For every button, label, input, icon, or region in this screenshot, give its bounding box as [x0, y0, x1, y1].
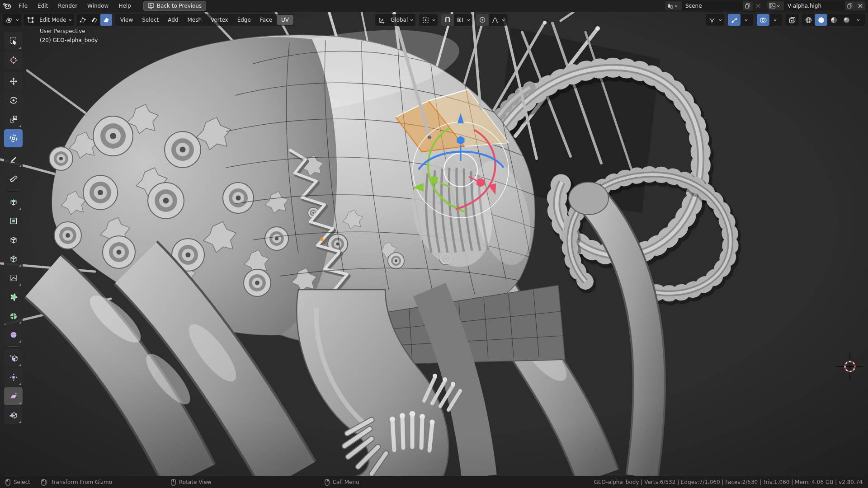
back-to-previous-button[interactable]: Back to Previous — [143, 1, 207, 11]
show-gizmo-selector[interactable] — [706, 14, 724, 26]
tool-move[interactable] — [4, 72, 23, 90]
transform-orientation-selector[interactable]: Global — [375, 14, 415, 26]
solid-sphere-icon — [818, 17, 825, 23]
view-name-label: User Perspective — [40, 27, 98, 36]
select-mode-face-button[interactable] — [100, 14, 112, 26]
menu-mesh[interactable]: Mesh — [183, 15, 207, 25]
editor-type-selector[interactable] — [3, 14, 21, 26]
chevron-down-icon — [774, 19, 777, 21]
menu-window[interactable]: Window — [82, 0, 113, 12]
mesh-select-mode-buttons — [77, 14, 112, 26]
view-layer-duplicate-button[interactable] — [845, 1, 855, 10]
tool-extrude-region[interactable] — [4, 193, 23, 211]
menu-file[interactable]: File — [14, 0, 33, 12]
chevron-down-icon — [745, 19, 748, 21]
menu-face[interactable]: Face — [255, 15, 277, 25]
select-mode-vertex-button[interactable] — [77, 14, 89, 26]
close-icon — [858, 4, 863, 8]
shading-rendered-button[interactable] — [840, 14, 853, 26]
blender-window: { "app_title": "Blender", "colors": { "a… — [0, 0, 868, 488]
tool-spin[interactable] — [4, 307, 23, 325]
scene-name-field[interactable]: Scene — [682, 1, 742, 10]
tool-measure[interactable] — [4, 169, 23, 188]
falloff-type-button[interactable] — [489, 14, 501, 26]
chevron-down-icon — [69, 19, 72, 21]
tool-inset-faces[interactable] — [4, 212, 23, 230]
gizmos-toggle-button[interactable] — [728, 14, 741, 26]
overlays-toggle-button[interactable] — [757, 14, 769, 26]
tool-shrink-fatten[interactable] — [4, 368, 23, 386]
menu-view[interactable]: View — [116, 15, 137, 25]
overlays-icon — [760, 17, 767, 23]
hint-call-menu: Call Menu — [325, 479, 359, 486]
tool-shear[interactable] — [4, 387, 23, 405]
scene-statistics: GEO-alpha_body | Verts:6/532 | Edges:7/1… — [594, 479, 868, 485]
chevron-down-icon — [16, 19, 19, 21]
hint-rotate-view-label: Rotate View — [179, 479, 212, 485]
scene-selector: Scene — [665, 1, 763, 10]
mode-selector[interactable]: Edit Mode — [24, 14, 74, 26]
menu-edit[interactable]: Edit — [33, 0, 53, 12]
menu-help[interactable]: Help — [113, 0, 136, 12]
shading-solid-button[interactable] — [815, 14, 827, 26]
tool-loop-cut[interactable] — [4, 250, 23, 268]
snap-target-button[interactable] — [454, 14, 467, 26]
mode-selector-label: Edit Mode — [37, 17, 68, 23]
tool-knife[interactable] — [4, 269, 23, 287]
xray-toggle[interactable] — [786, 14, 798, 26]
snap-toggle-button[interactable] — [441, 14, 454, 26]
menu-uv[interactable]: UV — [277, 15, 293, 25]
screen-back-icon — [148, 3, 154, 9]
edit-mode-icon — [24, 14, 37, 26]
duplicate-icon — [847, 3, 853, 9]
shading-dropdown-button[interactable] — [853, 14, 865, 26]
scene-unlink-button — [753, 1, 763, 10]
falloff-curve-icon — [491, 17, 499, 23]
shading-material-button[interactable] — [827, 14, 840, 26]
menu-vertex[interactable]: Vertex — [206, 15, 233, 25]
tool-poly-build[interactable] — [4, 288, 23, 306]
view-layer-remove-button[interactable] — [855, 1, 865, 10]
tool-select-box[interactable] — [4, 32, 23, 50]
topbar: File Edit Render Window Help Back to Pre… — [0, 0, 868, 12]
menu-render[interactable]: Render — [53, 0, 82, 12]
viewport-3d[interactable]: Edit Mode View Select — [0, 12, 868, 476]
tool-scale[interactable] — [4, 110, 23, 128]
statusbar: Select Transform From Gizmo Rotate View … — [0, 476, 868, 488]
tool-rotate[interactable] — [4, 91, 23, 109]
view-layer-browse-button[interactable] — [767, 1, 784, 10]
editor-3d-viewport-icon — [3, 14, 15, 26]
viewport-overlay-info: User Perspective (20) GEO-alpha_body — [40, 27, 98, 45]
proportional-edit-controls — [476, 14, 507, 26]
tool-rip-region[interactable] — [4, 406, 23, 424]
pivot-point-selector[interactable] — [419, 14, 438, 26]
menu-edge[interactable]: Edge — [233, 15, 255, 25]
tool-transform[interactable] — [4, 129, 23, 147]
tool-edge-slide[interactable] — [4, 349, 23, 367]
orientation-label: Global — [388, 17, 410, 23]
overlays-dropdown-button[interactable] — [769, 14, 782, 26]
tool-cursor[interactable] — [4, 51, 23, 69]
tool-smooth[interactable] — [4, 326, 23, 344]
chevron-down-icon — [777, 5, 780, 7]
proportional-edit-toggle[interactable] — [476, 14, 489, 26]
hint-transform-gizmo-label: Transform From Gizmo — [51, 479, 112, 485]
scene-duplicate-button[interactable] — [743, 1, 753, 10]
chevron-down-icon — [410, 19, 413, 21]
mouse-left-drag-icon — [41, 479, 48, 486]
menu-add[interactable]: Add — [163, 15, 183, 25]
blender-logo-icon[interactable] — [0, 3, 14, 9]
menu-select[interactable]: Select — [137, 15, 163, 25]
view-layer-name-field[interactable]: V-alpha.high — [784, 1, 844, 10]
active-object-label: (20) GEO-alpha_body — [40, 36, 98, 45]
pivot-point-icon — [419, 14, 432, 26]
scene-browse-button[interactable] — [665, 1, 682, 10]
gizmos-dropdown-button[interactable] — [741, 14, 753, 26]
select-mode-edge-button[interactable] — [89, 14, 100, 26]
material-sphere-icon — [830, 17, 837, 23]
tool-bevel[interactable] — [4, 231, 23, 249]
proportional-circle-icon — [479, 17, 486, 23]
snap-controls — [441, 14, 472, 26]
shading-wireframe-button[interactable] — [802, 14, 815, 26]
tool-annotate[interactable] — [4, 150, 23, 169]
